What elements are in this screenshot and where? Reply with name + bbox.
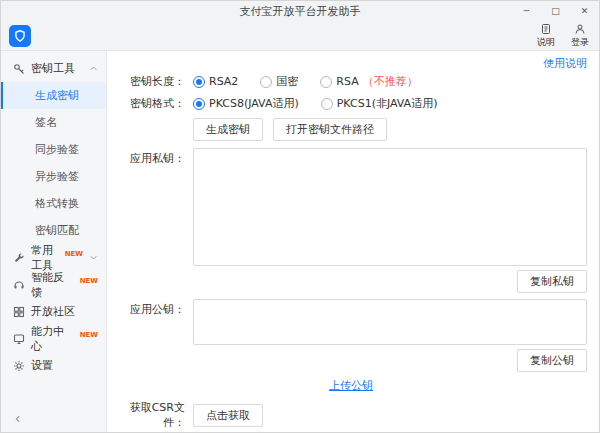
close-button[interactable]: ✕ (570, 1, 599, 21)
radio-guomi[interactable]: 国密 (260, 74, 298, 89)
sidebar-item-label: 生成密钥 (35, 88, 79, 103)
private-key-row: 应用私钥： (115, 148, 587, 266)
csr-label: 获取CSR文件： (115, 400, 185, 430)
radio-selected-icon (193, 98, 205, 110)
radio-pkcs1[interactable]: PKCS1(非JAVA适用) (321, 96, 438, 111)
radio-label: RSA (336, 75, 358, 88)
sidebar-item-generate-key[interactable]: 生成密钥 (1, 82, 106, 109)
sidebar-group-label: 能力中心 (31, 324, 73, 354)
new-badge: NEW (80, 277, 98, 285)
key-length-label: 密钥长度： (115, 74, 185, 89)
radio-rsa2[interactable]: RSA2 (193, 75, 238, 88)
titlebar[interactable]: 支付宝开放平台开发助手 ─ □ ✕ (1, 1, 599, 21)
sidebar-group-smart-feedback[interactable]: 智能反馈NEW (1, 271, 106, 298)
public-key-row: 应用公钥： (115, 299, 587, 345)
sidebar-group-label: 开放社区 (31, 304, 75, 319)
sidebar-group-label: 常用工具 (31, 243, 58, 273)
public-key-textarea[interactable] (193, 299, 587, 345)
key-format-label: 密钥格式： (115, 96, 185, 111)
sidebar-item-label: 密钥匹配 (35, 223, 79, 238)
sidebar-item-label: 同步验签 (35, 142, 79, 157)
usage-instructions-link[interactable]: 使用说明 (543, 57, 587, 70)
sidebar-group-key-tools[interactable]: 密钥工具 (1, 55, 106, 82)
chevron-left-icon (13, 414, 23, 424)
not-recommended-warning: （不推荐） (363, 74, 418, 89)
sidebar-item-sync-verify[interactable]: 同步验签 (1, 136, 106, 163)
headset-icon (13, 279, 25, 291)
key-format-row: 密钥格式： PKCS8(JAVA适用) PKCS1(非JAVA适用) (115, 96, 587, 111)
login-label: 登录 (571, 36, 589, 49)
shield-icon (13, 29, 27, 43)
sidebar-item-label: 异步验签 (35, 169, 79, 184)
public-key-label: 应用公钥： (115, 299, 185, 317)
radio-pkcs8[interactable]: PKCS8(JAVA适用) (193, 96, 299, 111)
sidebar-item-label: 签名 (35, 115, 57, 130)
csr-row: 获取CSR文件： 点击获取 (115, 400, 587, 430)
radio-unselected-icon (321, 98, 333, 110)
sidebar-item-format-convert[interactable]: 格式转换 (1, 190, 106, 217)
sidebar-group-label: 设置 (31, 358, 53, 373)
get-csr-button[interactable]: 点击获取 (193, 404, 263, 427)
radio-label: PKCS8(JAVA适用) (209, 96, 299, 111)
chevron-down-icon (89, 253, 98, 262)
private-key-textarea[interactable] (193, 148, 587, 266)
copy-private-key-button[interactable]: 复制私钥 (517, 270, 587, 293)
radio-rsa[interactable]: RSA（不推荐） (320, 74, 417, 89)
person-icon (574, 23, 586, 35)
login-button[interactable]: 登录 (571, 23, 589, 49)
header: 说明 登录 (1, 21, 599, 51)
key-icon (13, 63, 25, 75)
maximize-button[interactable]: □ (541, 1, 570, 21)
sidebar-group-capability-center[interactable]: 能力中心NEW (1, 325, 106, 352)
open-key-path-button[interactable]: 打开密钥文件路径 (273, 118, 387, 141)
main-content: 使用说明 密钥长度： RSA2 国密 RSA（不推荐） (107, 51, 599, 432)
chevron-up-icon (89, 64, 98, 73)
generate-row: 生成密钥 打开密钥文件路径 (115, 118, 587, 141)
document-icon (540, 23, 552, 35)
private-key-label: 应用私钥： (115, 148, 185, 166)
key-length-row: 密钥长度： RSA2 国密 RSA（不推荐） (115, 74, 587, 89)
gear-icon (13, 360, 25, 372)
radio-selected-icon (193, 76, 205, 88)
radio-unselected-icon (320, 76, 332, 88)
radio-label: PKCS1(非JAVA适用) (337, 96, 438, 111)
sidebar-group-open-community[interactable]: 开放社区 (1, 298, 106, 325)
radio-label: RSA2 (209, 75, 238, 88)
sidebar-group-label: 密钥工具 (31, 61, 75, 76)
upload-public-key-link[interactable]: 上传公钥 (329, 379, 373, 392)
sidebar-group-common-tools[interactable]: 常用工具NEW (1, 244, 106, 271)
header-actions: 说明 登录 (537, 23, 589, 49)
minimize-button[interactable]: ─ (512, 1, 541, 21)
sidebar-item-key-match[interactable]: 密钥匹配 (1, 217, 106, 244)
new-badge: NEW (65, 250, 83, 258)
sidebar: 密钥工具 生成密钥 签名 同步验签 异步验签 格式转换 密钥匹配 (1, 51, 107, 432)
sidebar-item-sign[interactable]: 签名 (1, 109, 106, 136)
sidebar-item-label: 格式转换 (35, 196, 79, 211)
copy-public-key-button[interactable]: 复制公钥 (517, 349, 587, 372)
generate-key-button[interactable]: 生成密钥 (193, 118, 263, 141)
radio-label: 国密 (276, 74, 298, 89)
grid-icon (13, 306, 25, 318)
wrench-icon (13, 252, 25, 264)
sidebar-group-label: 智能反馈 (31, 270, 73, 300)
help-button[interactable]: 说明 (537, 23, 555, 49)
monitor-icon (13, 333, 25, 345)
window-controls: ─ □ ✕ (512, 1, 599, 21)
sidebar-collapse-button[interactable] (13, 414, 23, 424)
new-badge: NEW (80, 331, 98, 339)
body: 密钥工具 生成密钥 签名 同步验签 异步验签 格式转换 密钥匹配 (1, 51, 599, 432)
radio-unselected-icon (260, 76, 272, 88)
window-title: 支付宝开放平台开发助手 (1, 4, 599, 19)
sidebar-item-async-verify[interactable]: 异步验签 (1, 163, 106, 190)
help-label: 说明 (537, 36, 555, 49)
app-logo (9, 25, 31, 47)
app-window: 支付宝开放平台开发助手 ─ □ ✕ 说明 (0, 0, 600, 433)
sidebar-group-settings[interactable]: 设置 (1, 352, 106, 379)
